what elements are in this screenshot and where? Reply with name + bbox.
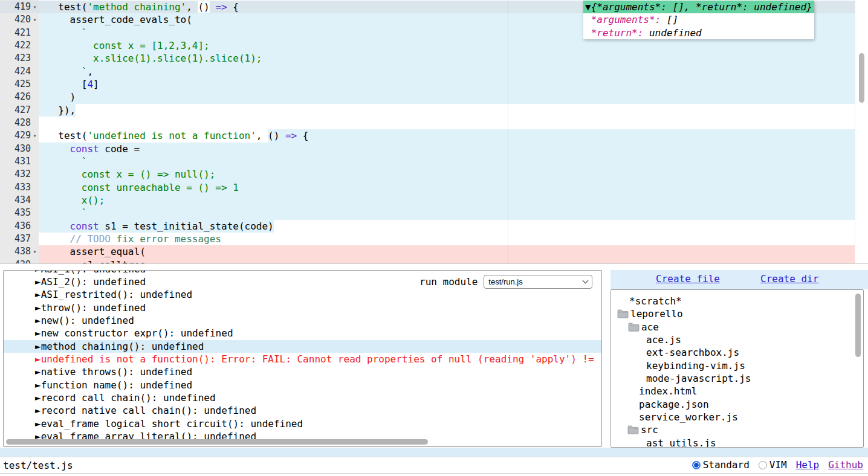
code-token: x(); [47,195,105,206]
fold-arrow-icon[interactable]: ▾ [31,129,39,142]
run-module-select[interactable]: test/run.js [484,275,592,289]
code-line-427[interactable]: }), [39,104,855,117]
console-row[interactable]: ►new(): undefined [4,314,601,327]
code-line-429[interactable]: test('undefined is not a function', () =… [39,129,855,142]
fold-arrow-icon[interactable]: ▾ [31,245,39,258]
line-number: 424 [0,65,31,78]
fold-arrow-icon[interactable]: ▾ [31,13,39,26]
help-link[interactable]: Help [796,459,820,471]
radio-button[interactable] [692,461,701,469]
file-tree-item[interactable]: ast_utils.js [611,437,863,448]
code-line-436[interactable]: const s1 = test_initial_state(code) [39,220,855,233]
console-horizontal-scrollbar[interactable] [4,439,601,446]
file-tree-item[interactable]: *scratch* [611,295,863,307]
code-line-434[interactable]: x(); [39,194,855,207]
editor-code-area[interactable]: test('method chaining', () => { assert_c… [39,0,855,263]
file-tree-item[interactable]: ace.js [611,333,863,346]
gutter-line-431[interactable]: 431 [0,155,39,168]
gutter-line-428[interactable]: 428 [0,117,39,129]
code-line-423[interactable]: x.slice(1).slice(1).slice(1); [39,52,855,65]
file-tree-folder[interactable]: src [611,423,863,436]
code-token: undefined [643,27,701,39]
code-token: const unreachable = () => 1 [47,182,239,193]
gutter-line-430[interactable]: 430 [0,143,39,155]
code-editor[interactable]: 419▾420▾421422423424425426427428429▾4304… [0,0,868,264]
code-token: ` [47,66,87,77]
console-row[interactable]: ►native throws(): undefined [4,365,601,378]
github-link[interactable]: Github [828,459,863,471]
gutter-line-436[interactable]: 436 [0,220,39,233]
gutter-line-429[interactable]: 429▾ [0,129,39,142]
console-row[interactable]: ►eval_frame logical short circuit(): und… [4,417,601,430]
gutter-line-426[interactable]: 426 [0,91,39,103]
file-tree-scrollbar[interactable] [854,290,862,447]
console-row[interactable]: ►ASI_restrited(): undefined [4,288,601,301]
file-tree-folder[interactable]: ace [611,321,863,333]
console-row[interactable]: ►new constructor expr(): undefined [4,327,601,339]
code-line-431[interactable]: ` [39,155,855,168]
console-row[interactable]: ►record call chain(): undefined [4,391,601,404]
code-token: const [70,220,99,232]
code-line-438[interactable]: assert_equal( [39,245,855,258]
gutter-line-432[interactable]: 432 [0,168,39,181]
line-number: 435 [0,207,31,219]
code-line-425[interactable]: [4] [39,78,855,91]
gutter-line-437[interactable]: 437 [0,233,39,245]
file-tree-item[interactable]: mode-javascript.js [611,372,863,385]
code-line-426[interactable]: ) [39,91,855,103]
gutter-line-420[interactable]: 420▾ [0,13,39,26]
console-row[interactable]: ►throw(): undefined [4,301,601,314]
gutter-line-434[interactable]: 434 [0,194,39,207]
console-row[interactable]: ►function name(): undefined [4,379,601,391]
keybinding-option-vim[interactable]: VIM [759,459,787,471]
create-file-link[interactable]: Create file [656,273,720,285]
code-line-428[interactable] [39,117,855,129]
file-tree-folder[interactable]: leporello [611,307,863,320]
code-token: ) [47,91,76,103]
code-token: s1.calltree [47,259,146,264]
gutter-line-421[interactable]: 421 [0,27,39,39]
code-token: , [186,1,198,13]
code-line-435[interactable]: ` [39,207,855,219]
gutter-line-425[interactable]: 425 [0,78,39,91]
file-tree-item[interactable]: index.html [611,385,863,397]
gutter-line-423[interactable]: 423 [0,52,39,65]
keybinding-option-standard[interactable]: Standard [692,459,750,471]
callsite-args-highlight: () [198,1,209,13]
code-line-437[interactable]: // TODO fix error messages [39,233,855,245]
code-line-424[interactable]: `, [39,65,855,78]
file-tree-item[interactable]: ext-searchbox.js [611,346,863,359]
tooltip-entry[interactable]: *arguments*: [] [583,13,814,26]
fold-arrow-icon[interactable]: ▾ [31,1,39,13]
editor-scrollbar-thumb[interactable] [859,53,864,103]
gutter-line-427[interactable]: 427 [0,104,39,117]
console-row-selected[interactable]: ►method chaining(): undefined [4,340,601,353]
gutter-line-435[interactable]: 435 [0,207,39,219]
console-scrollbar-thumb[interactable] [6,439,428,445]
code-line-433[interactable]: const unreachable = () => 1 [39,181,855,194]
tooltip-entry[interactable]: *return*: undefined [583,27,814,39]
editor-gutter: 419▾420▾421422423424425426427428429▾4304… [0,0,39,263]
file-tree-item[interactable]: package.json [611,398,863,411]
gutter-line-438[interactable]: 438▾ [0,245,39,258]
tooltip-header[interactable]: ▼{*arguments*: [], *return*: undefined} [583,1,814,13]
code-line-430[interactable]: const code = [39,143,855,155]
console-row-error[interactable]: ►undefined is not a function(): Error: F… [4,353,601,365]
console-row[interactable]: ►record native call chain(): undefined [4,404,601,417]
code-line-422[interactable]: const x = [1,2,3,4]; [39,39,855,52]
line-number: 430 [0,143,31,155]
gutter-line-424[interactable]: 424 [0,65,39,78]
file-tree-item[interactable]: service_worker.js [611,411,863,423]
radio-button[interactable] [759,461,767,469]
file-tree-item[interactable]: keybinding-vim.js [611,359,863,372]
gutter-line-439[interactable]: 439 [0,259,39,264]
editor-vertical-scrollbar[interactable] [855,0,868,264]
gutter-line-433[interactable]: 433 [0,181,39,194]
file-tree-scrollbar-thumb[interactable] [855,294,861,357]
gutter-line-422[interactable]: 422 [0,39,39,52]
code-line-439[interactable]: s1.calltree [39,259,855,264]
folder-icon [628,323,641,332]
gutter-line-419[interactable]: 419▾ [0,1,39,13]
create-dir-link[interactable]: Create dir [760,273,818,285]
code-line-432[interactable]: const x = () => null(); [39,168,855,181]
